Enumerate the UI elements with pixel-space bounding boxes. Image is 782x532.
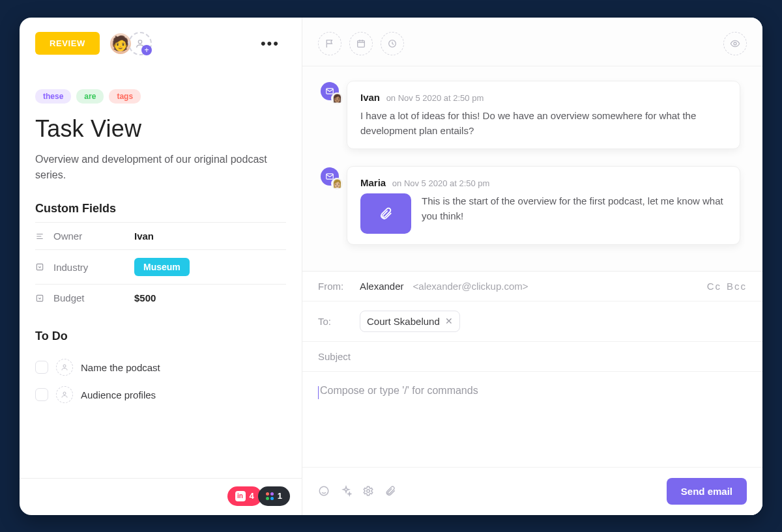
attachment-thumbnail[interactable] — [360, 193, 411, 234]
bcc-button[interactable]: Bcc — [727, 281, 747, 292]
invision-pill[interactable]: in 4 — [227, 486, 262, 506]
gear-icon — [362, 485, 374, 497]
attach-button[interactable] — [384, 485, 396, 497]
cc-button[interactable]: Cc — [707, 281, 721, 292]
paperclip-icon — [384, 485, 396, 497]
comment-body: I have a lot of ideas for this! Do we ha… — [360, 108, 727, 139]
svg-rect-5 — [358, 40, 365, 47]
comment-author: Maria — [360, 177, 386, 188]
person-outline-icon — [61, 363, 68, 371]
svg-point-3 — [63, 365, 66, 367]
todo-label: Audience profiles — [81, 389, 156, 400]
comment: 👩🏽 Ivan on Nov 5 2020 at 2:50 pm I have … — [321, 81, 740, 150]
assignee-cluster: + — [109, 32, 152, 55]
flag-icon — [325, 38, 335, 49]
integration-pills: in 4 1 — [227, 486, 290, 506]
priority-button[interactable] — [318, 32, 341, 55]
tag[interactable]: are — [76, 89, 104, 104]
figma-pill[interactable]: 1 — [258, 486, 290, 506]
custom-field-label: Industry — [53, 262, 125, 273]
time-tracking-button[interactable] — [381, 32, 404, 55]
todo-item[interactable]: Audience profiles — [35, 381, 286, 408]
pill-count: 1 — [278, 491, 282, 501]
custom-field-row: Budget $500 — [35, 284, 286, 311]
task-window: REVIEW + ••• these are tags Task View Ov… — [20, 18, 762, 515]
comment: 👩🏼 Maria on Nov 5 2020 at 2:50 pm This i… — [321, 166, 740, 245]
to-row[interactable]: To: Court Skabelund ✕ — [302, 301, 762, 342]
from-email: <alexander@clickup.com> — [413, 281, 529, 292]
right-pane: 👩🏽 Ivan on Nov 5 2020 at 2:50 pm I have … — [302, 18, 762, 515]
custom-fields-heading: Custom Fields — [20, 184, 302, 222]
add-assignee-button[interactable]: + — [128, 32, 152, 55]
paperclip-icon — [379, 206, 393, 221]
invision-icon: in — [235, 491, 246, 501]
calendar-icon — [356, 38, 366, 49]
compose-toolbar: Send email — [302, 467, 762, 515]
tag[interactable]: tags — [109, 89, 141, 104]
assign-todo-button[interactable] — [56, 359, 73, 376]
assign-todo-button[interactable] — [56, 386, 73, 403]
checkbox[interactable] — [35, 388, 48, 401]
svg-point-0 — [138, 40, 141, 43]
task-title[interactable]: Task View — [20, 104, 302, 143]
sparkle-icon — [340, 485, 352, 497]
custom-field-row: Industry Museum — [35, 249, 286, 284]
comment-card[interactable]: Maria on Nov 5 2020 at 2:50 pm This is t… — [347, 166, 740, 245]
plus-badge-icon: + — [141, 45, 152, 55]
tags-row: these are tags — [20, 89, 302, 104]
from-name[interactable]: Alexander — [360, 281, 404, 292]
comment-card[interactable]: Ivan on Nov 5 2020 at 2:50 pm I have a l… — [347, 81, 740, 150]
figma-icon — [266, 492, 274, 500]
checkbox[interactable] — [35, 361, 48, 374]
ai-button[interactable] — [340, 485, 352, 497]
send-email-button[interactable]: Send email — [667, 478, 747, 505]
settings-button[interactable] — [362, 485, 374, 497]
remove-recipient-icon[interactable]: ✕ — [445, 316, 453, 326]
smile-icon — [318, 485, 330, 497]
dropdown-icon — [35, 262, 44, 272]
tag[interactable]: these — [35, 89, 71, 104]
comment-header: Ivan on Nov 5 2020 at 2:50 pm — [360, 92, 727, 103]
comment-timestamp: on Nov 5 2020 at 2:50 pm — [386, 93, 484, 103]
custom-field-value[interactable]: $500 — [134, 292, 156, 303]
custom-field-label: Owner — [53, 231, 125, 242]
todo-list: Name the podcast Audience profiles — [20, 350, 302, 408]
subject-input[interactable]: Subject — [302, 342, 762, 372]
more-menu-button[interactable]: ••• — [254, 33, 286, 55]
emoji-button[interactable] — [318, 485, 330, 497]
comments-list: 👩🏽 Ivan on Nov 5 2020 at 2:50 pm I have … — [302, 66, 762, 271]
from-row: From: Alexander <alexander@clickup.com> … — [302, 272, 762, 301]
custom-field-label: Budget — [53, 292, 125, 303]
comment-source-badge: 👩🏼 — [321, 167, 339, 186]
todo-item[interactable]: Name the podcast — [35, 354, 286, 381]
status-button[interactable]: REVIEW — [35, 32, 100, 55]
svg-point-7 — [734, 42, 736, 45]
svg-point-11 — [367, 490, 370, 493]
recipient-chip[interactable]: Court Skabelund ✕ — [360, 311, 460, 332]
custom-field-row: Owner Ivan — [35, 222, 286, 249]
person-outline-icon — [61, 391, 68, 399]
pill-count: 4 — [250, 491, 254, 501]
email-body-input[interactable]: Compose or type '/' for commands — [302, 372, 762, 467]
comment-author: Ivan — [360, 92, 380, 103]
recipient-name: Court Skabelund — [367, 316, 440, 327]
text-icon — [35, 232, 44, 241]
email-compose: From: Alexander <alexander@clickup.com> … — [302, 271, 762, 515]
left-pane: REVIEW + ••• these are tags Task View Ov… — [20, 18, 302, 515]
due-date-button[interactable] — [349, 32, 373, 55]
comment-timestamp: on Nov 5 2020 at 2:50 pm — [392, 178, 490, 188]
dropdown-icon — [35, 294, 44, 303]
from-label: From: — [318, 281, 351, 292]
text-caret — [318, 386, 319, 399]
svg-rect-2 — [36, 295, 42, 301]
watchers-button[interactable] — [723, 32, 747, 55]
svg-point-10 — [319, 486, 328, 496]
left-footer: in 4 1 — [20, 478, 302, 506]
custom-field-badge[interactable]: Museum — [134, 258, 190, 276]
custom-field-value[interactable]: Ivan — [134, 231, 154, 242]
task-description[interactable]: Overview and development of our original… — [20, 143, 302, 184]
eye-icon — [730, 38, 740, 49]
comment-source-badge: 👩🏽 — [321, 82, 339, 100]
to-label: To: — [318, 316, 351, 327]
left-header: REVIEW + ••• — [20, 18, 302, 66]
